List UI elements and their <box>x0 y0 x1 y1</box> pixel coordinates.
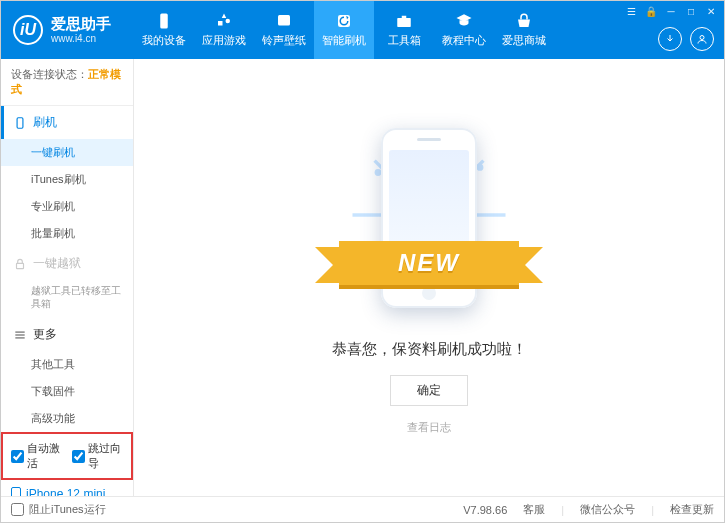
sidebar-item-download-firmware[interactable]: 下载固件 <box>1 378 133 405</box>
service-link[interactable]: 客服 <box>523 502 545 517</box>
view-log-link[interactable]: 查看日志 <box>407 420 451 435</box>
block-itunes-input[interactable] <box>11 503 24 516</box>
sidebar-item-oneclick-flash[interactable]: 一键刷机 <box>1 139 133 166</box>
footer: 阻止iTunes运行 V7.98.66 客服 | 微信公众号 | 检查更新 <box>1 496 724 522</box>
tab-toolbox[interactable]: 工具箱 <box>374 1 434 59</box>
svg-rect-4 <box>397 18 411 27</box>
top-tabs: 我的设备 应用游戏 铃声壁纸 智能刷机 工具箱 教程中心 <box>134 1 554 59</box>
section-label: 一键越狱 <box>33 255 81 272</box>
tab-label: 智能刷机 <box>322 33 366 48</box>
footer-right: V7.98.66 客服 | 微信公众号 | 检查更新 <box>463 502 714 517</box>
svg-point-21 <box>477 164 484 171</box>
apps-icon <box>215 12 233 30</box>
user-button[interactable] <box>690 27 714 51</box>
device-name: iPhone 12 mini <box>11 487 123 496</box>
new-ribbon: NEW <box>339 241 519 285</box>
connection-label: 设备连接状态： <box>11 68 88 80</box>
connection-status: 设备连接状态：正常模式 <box>1 59 133 106</box>
jailbreak-note: 越狱工具已转移至工具箱 <box>1 280 133 318</box>
checkbox-group: 自动激活 跳过向导 <box>1 432 133 480</box>
tab-tutorial[interactable]: 教程中心 <box>434 1 494 59</box>
section-flash[interactable]: 刷机 <box>1 106 133 139</box>
section-more[interactable]: 更多 <box>1 318 133 351</box>
checkbox-skip-wizard[interactable]: 跳过向导 <box>72 441 123 471</box>
close-button[interactable]: ✕ <box>704 4 718 18</box>
wechat-link[interactable]: 微信公众号 <box>580 502 635 517</box>
minimize-button[interactable]: ─ <box>664 4 678 18</box>
svg-rect-1 <box>278 15 290 26</box>
section-label: 刷机 <box>33 114 57 131</box>
checkbox-label: 自动激活 <box>27 441 62 471</box>
success-illustration: NEW <box>349 120 509 320</box>
brand-text: 爱思助手 www.i4.cn <box>51 15 111 45</box>
brand: iU 爱思助手 www.i4.cn <box>1 15 134 45</box>
tab-label: 铃声壁纸 <box>262 33 306 48</box>
tab-ringtone[interactable]: 铃声壁纸 <box>254 1 314 59</box>
ringtone-icon <box>275 12 293 30</box>
app-window: iU 爱思助手 www.i4.cn 我的设备 应用游戏 铃声壁纸 智能刷机 <box>0 0 725 523</box>
menu-icon[interactable]: ☰ <box>624 4 638 18</box>
checkbox-auto-activate[interactable]: 自动激活 <box>11 441 62 471</box>
device-name-text: iPhone 12 mini <box>26 487 105 496</box>
header: iU 爱思助手 www.i4.cn 我的设备 应用游戏 铃声壁纸 智能刷机 <box>1 1 724 59</box>
more-icon <box>13 328 27 342</box>
app-url: www.i4.cn <box>51 33 111 45</box>
update-link[interactable]: 检查更新 <box>670 502 714 517</box>
sidebar-item-batch-flash[interactable]: 批量刷机 <box>1 220 133 247</box>
tab-label: 爱思商城 <box>502 33 546 48</box>
sidebar-item-itunes-flash[interactable]: iTunes刷机 <box>1 166 133 193</box>
download-button[interactable] <box>658 27 682 51</box>
tab-label: 工具箱 <box>388 33 421 48</box>
header-actions <box>658 27 714 51</box>
logo-icon: iU <box>13 15 43 45</box>
flash-section-icon <box>13 116 27 130</box>
tab-smart-flash[interactable]: 智能刷机 <box>314 1 374 59</box>
tab-my-device[interactable]: 我的设备 <box>134 1 194 59</box>
lock-icon[interactable]: 🔒 <box>644 4 658 18</box>
success-message: 恭喜您，保资料刷机成功啦！ <box>332 340 527 359</box>
ok-button[interactable]: 确定 <box>390 375 468 406</box>
version-label: V7.98.66 <box>463 504 507 516</box>
sidebar: 设备连接状态：正常模式 刷机 一键刷机 iTunes刷机 专业刷机 批量刷机 一… <box>1 59 134 496</box>
svg-rect-0 <box>160 14 168 29</box>
block-itunes-label: 阻止iTunes运行 <box>29 502 106 517</box>
skip-wizard-input[interactable] <box>72 450 85 463</box>
toolbox-icon <box>395 12 413 30</box>
help-icon <box>455 12 473 30</box>
section-label: 更多 <box>33 326 57 343</box>
section-jailbreak: 一键越狱 <box>1 247 133 280</box>
tab-shop[interactable]: 爱思商城 <box>494 1 554 59</box>
separator: | <box>561 504 564 516</box>
device-info[interactable]: iPhone 12 mini 64GB Down-12mini-13,1 <box>1 480 133 496</box>
tab-label: 我的设备 <box>142 33 186 48</box>
shop-icon <box>515 12 533 30</box>
ribbon-text: NEW <box>398 249 460 277</box>
body: 设备连接状态：正常模式 刷机 一键刷机 iTunes刷机 专业刷机 批量刷机 一… <box>1 59 724 496</box>
lock-icon <box>13 257 27 271</box>
sidebar-item-advanced[interactable]: 高级功能 <box>1 405 133 432</box>
tab-apps[interactable]: 应用游戏 <box>194 1 254 59</box>
checkbox-label: 跳过向导 <box>88 441 123 471</box>
phone-icon <box>155 12 173 30</box>
svg-rect-7 <box>17 117 23 128</box>
maximize-button[interactable]: □ <box>684 4 698 18</box>
svg-rect-8 <box>17 263 24 268</box>
device-icon <box>11 487 21 496</box>
separator: | <box>651 504 654 516</box>
svg-point-6 <box>700 36 704 40</box>
sidebar-item-pro-flash[interactable]: 专业刷机 <box>1 193 133 220</box>
tab-label: 教程中心 <box>442 33 486 48</box>
svg-rect-5 <box>402 16 407 18</box>
block-itunes-checkbox[interactable]: 阻止iTunes运行 <box>11 502 106 517</box>
auto-activate-input[interactable] <box>11 450 24 463</box>
window-controls: ☰ 🔒 ─ □ ✕ <box>624 4 718 18</box>
app-title: 爱思助手 <box>51 15 111 33</box>
main-content: NEW 恭喜您，保资料刷机成功啦！ 确定 查看日志 <box>134 59 724 496</box>
tab-label: 应用游戏 <box>202 33 246 48</box>
sidebar-item-other-tools[interactable]: 其他工具 <box>1 351 133 378</box>
svg-rect-2 <box>281 18 287 20</box>
flash-icon <box>335 12 353 30</box>
